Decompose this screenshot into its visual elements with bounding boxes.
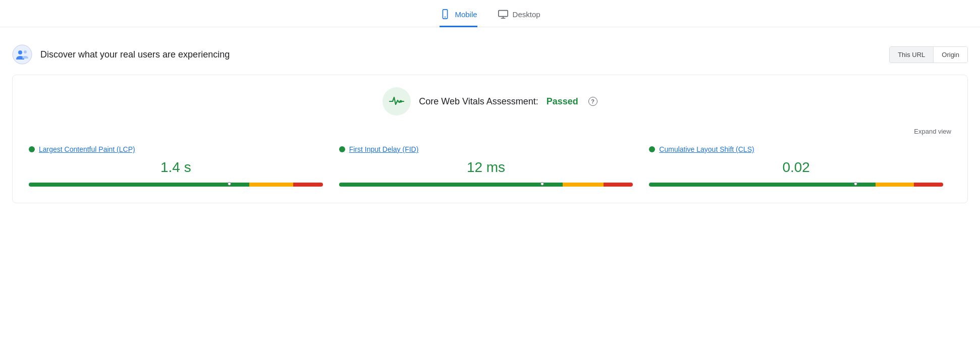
metric-cls: Cumulative Layout Shift (CLS) 0.02 [641, 145, 951, 189]
lcp-bar-green [29, 183, 249, 187]
device-tabs: Mobile Desktop [0, 0, 980, 27]
origin-button[interactable]: Origin [934, 47, 967, 63]
this-url-button[interactable]: This URL [890, 47, 934, 63]
fid-bar-wrapper [339, 183, 633, 187]
cls-marker-circle [854, 182, 857, 186]
svg-point-10 [403, 101, 404, 102]
tab-desktop-label: Desktop [513, 10, 540, 19]
assessment-row: Core Web Vitals Assessment: Passed ? [383, 87, 597, 115]
url-origin-toggle: This URL Origin [889, 46, 968, 63]
lcp-bar-wrapper [29, 183, 323, 187]
lcp-progress-bar [29, 183, 323, 187]
cls-bar-yellow [876, 183, 914, 187]
mobile-icon [440, 9, 451, 20]
svg-rect-2 [498, 11, 507, 17]
tab-mobile-label: Mobile [455, 10, 477, 19]
discover-left: Discover what your real users are experi… [12, 44, 230, 65]
svg-point-9 [401, 101, 403, 102]
fid-bar-red [604, 183, 633, 187]
tab-mobile[interactable]: Mobile [440, 9, 477, 27]
cls-marker [855, 181, 856, 189]
lcp-marker-circle [228, 182, 231, 186]
lcp-label[interactable]: Largest Contentful Paint (LCP) [39, 145, 135, 153]
discover-section: Discover what your real users are experi… [0, 39, 980, 75]
tab-desktop[interactable]: Desktop [498, 9, 540, 27]
fid-label[interactable]: First Input Delay (FID) [349, 145, 419, 153]
cls-value: 0.02 [649, 159, 943, 176]
fid-label-row: First Input Delay (FID) [339, 145, 633, 153]
expand-view-link[interactable]: Expand view [914, 128, 951, 135]
svg-point-7 [24, 50, 27, 53]
cls-status-dot [649, 146, 655, 152]
discover-title: Discover what your real users are experi… [40, 49, 230, 60]
lcp-value: 1.4 s [29, 159, 323, 176]
lcp-bar-yellow [249, 183, 293, 187]
svg-point-6 [18, 50, 22, 54]
fid-value: 12 ms [339, 159, 633, 176]
assessment-prefix: Core Web Vitals Assessment: [419, 96, 538, 107]
cls-label-row: Cumulative Layout Shift (CLS) [649, 145, 943, 153]
users-icon [12, 44, 32, 65]
lcp-marker [229, 181, 230, 189]
lcp-bar-red [293, 183, 322, 187]
fid-status-dot [339, 146, 345, 152]
metric-fid: First Input Delay (FID) 12 ms [331, 145, 641, 189]
fid-progress-bar [339, 183, 633, 187]
cls-progress-bar [649, 183, 943, 187]
cls-bar-red [914, 183, 943, 187]
expand-view-row: Expand view [29, 128, 951, 135]
crux-header: Core Web Vitals Assessment: Passed ? [29, 87, 951, 120]
desktop-icon [498, 9, 509, 20]
cls-bar-green [649, 183, 876, 187]
crux-card: Core Web Vitals Assessment: Passed ? Exp… [12, 75, 968, 203]
vitals-icon-circle [383, 87, 411, 115]
lcp-status-dot [29, 146, 35, 152]
assessment-help-icon[interactable]: ? [588, 97, 597, 106]
fid-bar-green [339, 183, 563, 187]
metrics-row: Largest Contentful Paint (LCP) 1.4 s Fir… [29, 145, 951, 189]
fid-marker [542, 181, 543, 189]
cls-label[interactable]: Cumulative Layout Shift (CLS) [659, 145, 754, 153]
vitals-pulse-icon [389, 93, 405, 109]
assessment-status: Passed [547, 96, 578, 107]
cls-bar-wrapper [649, 183, 943, 187]
metric-lcp: Largest Contentful Paint (LCP) 1.4 s [29, 145, 331, 189]
fid-bar-yellow [563, 183, 604, 187]
svg-point-5 [13, 45, 32, 64]
lcp-label-row: Largest Contentful Paint (LCP) [29, 145, 323, 153]
